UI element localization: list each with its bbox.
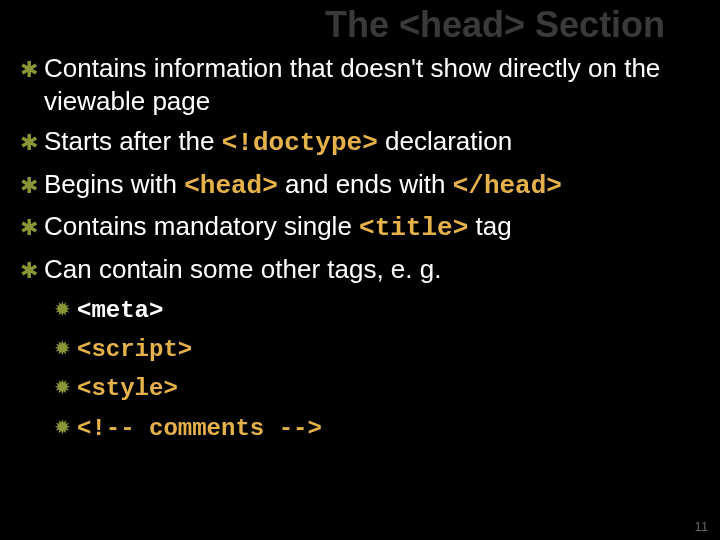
code-run: <meta> [77,297,163,324]
sub-bullet-item: ✹<script> [54,332,700,365]
code-run: <style> [77,375,178,402]
slide: The <head> Section ✱Contains information… [0,0,720,540]
slide-title: The <head> Section [325,0,720,52]
text-run: tag [468,211,511,241]
bullet-text: Can contain some other tags, e. g. [44,253,700,286]
text-run: Starts after the [44,126,222,156]
sub-bullet-text: <style> [77,371,700,404]
starburst-icon: ✹ [54,414,71,440]
text-run: Contains mandatory single [44,211,359,241]
text-run: Can contain some other tags, e. g. [44,254,441,284]
starburst-icon: ✱ [20,129,38,157]
code-run: <head> [184,171,278,201]
code-run: <title> [359,213,468,243]
sub-bullet-item: ✹<style> [54,371,700,404]
code-run: <script> [77,336,192,363]
starburst-icon: ✱ [20,214,38,242]
text-run: declaration [378,126,512,156]
bullet-item: ✱Starts after the <!doctype> declaration [20,125,700,160]
slide-content: ✱Contains information that doesn't show … [0,52,720,444]
starburst-icon: ✹ [54,296,71,322]
bullet-text: Starts after the <!doctype> declaration [44,125,700,160]
starburst-icon: ✱ [20,172,38,200]
text-run: Begins with [44,169,184,199]
bullet-text: Contains mandatory single <title> tag [44,210,700,245]
code-run: <!-- comments --> [77,415,322,442]
bullet-text: Begins with <head> and ends with </head> [44,168,700,203]
code-run: </head> [453,171,562,201]
starburst-icon: ✱ [20,257,38,285]
starburst-icon: ✱ [20,56,38,84]
bullet-item: ✱Contains mandatory single <title> tag [20,210,700,245]
starburst-icon: ✹ [54,335,71,361]
bullet-item: ✱Can contain some other tags, e. g. [20,253,700,286]
sub-bullet-text: <!-- comments --> [77,411,700,444]
sub-bullet-item: ✹<meta> [54,293,700,326]
sub-bullet-item: ✹<!-- comments --> [54,411,700,444]
sub-bullet-text: <meta> [77,293,700,326]
main-bullet-list: ✱Contains information that doesn't show … [20,52,700,285]
bullet-text: Contains information that doesn't show d… [44,52,700,117]
starburst-icon: ✹ [54,374,71,400]
bullet-item: ✱Begins with <head> and ends with </head… [20,168,700,203]
bullet-item: ✱Contains information that doesn't show … [20,52,700,117]
sub-bullet-text: <script> [77,332,700,365]
sub-bullet-list: ✹<meta>✹<script>✹<style>✹<!-- comments -… [20,293,700,444]
text-run: Contains information that doesn't show d… [44,53,660,116]
page-number: 11 [695,520,708,534]
text-run: and ends with [278,169,453,199]
code-run: <!doctype> [222,128,378,158]
